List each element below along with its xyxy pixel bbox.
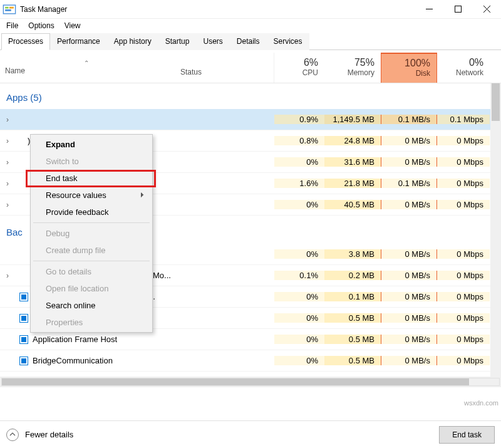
group-apps[interactable]: Apps (5) xyxy=(0,83,501,109)
menu-separator xyxy=(33,261,150,261)
ctx-expand[interactable]: Expand xyxy=(32,136,151,153)
menu-file[interactable]: File xyxy=(1,19,23,32)
tab-details[interactable]: Details xyxy=(230,33,267,50)
tab-users[interactable]: Users xyxy=(196,33,229,50)
col-memory[interactable]: 75% Memory xyxy=(324,53,381,83)
disk-cell: 0.1 MB/s xyxy=(381,115,437,124)
col-network[interactable]: 0% Network xyxy=(437,53,490,83)
minimize-button[interactable] xyxy=(415,0,443,19)
mem-label: Memory xyxy=(348,68,374,77)
fewer-details-link[interactable]: Fewer details xyxy=(25,430,73,439)
ctx-end-task[interactable]: End task xyxy=(32,170,151,187)
window-title: Task Manager xyxy=(20,5,67,14)
col-status[interactable]: Status xyxy=(174,53,274,83)
col-status-label: Status xyxy=(180,68,267,76)
app-generic-icon xyxy=(18,292,30,302)
process-row[interactable]: › 0.9% 1,149.5 MB 0.1 MB/s 0.1 Mbps xyxy=(0,109,501,130)
menu-view[interactable]: View xyxy=(59,19,86,32)
chevron-right-icon[interactable]: › xyxy=(3,137,13,145)
ctx-resource-values[interactable]: Resource values xyxy=(32,187,151,204)
col-name[interactable]: ⌃ Name xyxy=(0,53,174,83)
ctx-switch-to: Switch to xyxy=(32,153,151,170)
menu-separator xyxy=(33,222,150,223)
maximize-button[interactable] xyxy=(443,0,472,19)
cpu-label: CPU xyxy=(302,68,318,77)
watermark: wsxdn.com xyxy=(464,399,498,407)
ctx-open-file-location: Open file location xyxy=(32,280,151,297)
app-generic-icon xyxy=(18,356,30,366)
process-icon xyxy=(18,249,30,259)
chevron-right-icon[interactable]: › xyxy=(3,201,13,209)
ctx-search-online[interactable]: Search online xyxy=(32,297,151,314)
disk-percent: 100% xyxy=(405,58,430,69)
tabstrip: Processes Performance App history Startu… xyxy=(0,33,501,50)
app-generic-icon xyxy=(18,335,30,345)
col-name-label: Name xyxy=(5,66,168,75)
svg-rect-2 xyxy=(9,6,14,8)
col-disk[interactable]: 100% Disk xyxy=(381,53,437,83)
menubar: File Options View xyxy=(0,19,501,33)
mem-percent: 75% xyxy=(354,57,374,68)
chevron-right-icon[interactable]: › xyxy=(3,271,13,280)
net-percent: 0% xyxy=(469,57,483,68)
tab-startup[interactable]: Startup xyxy=(158,33,197,50)
menu-options[interactable]: Options xyxy=(23,19,59,32)
close-button[interactable] xyxy=(472,0,501,19)
cpu-cell: 0.9% xyxy=(274,115,324,124)
app-icon xyxy=(3,3,16,16)
footer: Fewer details End task xyxy=(0,420,501,448)
svg-rect-1 xyxy=(5,6,9,8)
net-cell: 0.1 Mbps xyxy=(437,115,490,124)
chevron-right-icon[interactable]: › xyxy=(3,158,13,167)
tab-processes[interactable]: Processes xyxy=(1,33,50,50)
sort-indicator-icon: ⌃ xyxy=(5,60,168,66)
cpu-percent: 6% xyxy=(304,57,318,68)
scrollbar-thumb[interactable] xyxy=(2,378,469,385)
net-label: Network xyxy=(456,68,483,77)
horizontal-scrollbar[interactable] xyxy=(0,377,501,387)
svg-rect-5 xyxy=(455,6,461,13)
fewer-details-icon[interactable] xyxy=(6,429,19,441)
titlebar: Task Manager xyxy=(0,0,501,19)
process-row[interactable]: BridgeCommunication 0% 0.5 MB 0 MB/s 0 M… xyxy=(0,350,501,372)
scrollbar-thumb[interactable] xyxy=(492,83,500,121)
ctx-create-dump: Create dump file xyxy=(32,242,151,259)
ctx-go-to-details: Go to details xyxy=(32,263,151,280)
chevron-right-icon[interactable]: › xyxy=(3,179,13,188)
tab-app-history[interactable]: App history xyxy=(107,33,158,50)
end-task-button[interactable]: End task xyxy=(439,426,495,444)
ctx-debug: Debug xyxy=(32,225,151,242)
grid-header: ⌃ Name Status 6% CPU 75% Memory 100% Dis… xyxy=(0,53,501,83)
mem-cell: 1,149.5 MB xyxy=(324,115,381,124)
svg-rect-3 xyxy=(5,9,11,11)
disk-label: Disk xyxy=(416,69,430,78)
process-icon xyxy=(13,115,25,125)
tab-services[interactable]: Services xyxy=(267,33,309,50)
ctx-properties: Properties xyxy=(32,314,151,331)
ctx-provide-feedback[interactable]: Provide feedback xyxy=(32,204,151,221)
col-cpu[interactable]: 6% CPU xyxy=(274,53,324,83)
context-menu: Expand Switch to End task Resource value… xyxy=(30,134,153,333)
app-generic-icon xyxy=(18,313,30,323)
process-icon xyxy=(13,136,25,146)
chevron-right-icon[interactable]: › xyxy=(3,115,13,124)
tab-performance[interactable]: Performance xyxy=(50,33,107,50)
vertical-scrollbar[interactable] xyxy=(490,83,501,377)
